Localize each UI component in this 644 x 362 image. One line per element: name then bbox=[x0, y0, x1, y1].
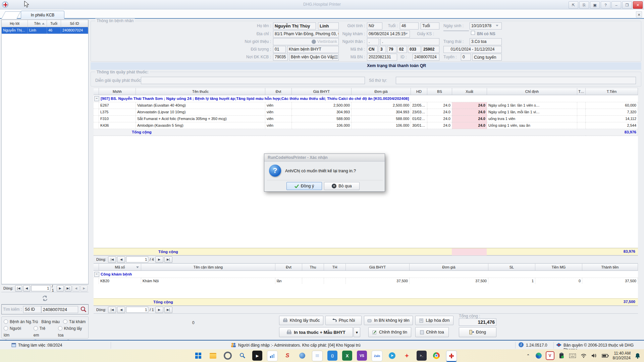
lap-hoa-don-button[interactable]: Lập hóa đơn bbox=[415, 316, 453, 325]
col-tuoi[interactable]: Tuổi bbox=[47, 20, 61, 27]
close-button[interactable]: ✕ bbox=[633, 1, 643, 9]
extra-next-icon[interactable]: ▶ bbox=[80, 285, 88, 292]
chinh-thong-tin-button[interactable]: Chỉnh thông tin bbox=[368, 327, 411, 337]
med-row[interactable]: L375Atorvastatin (Lipvar 10 10mg)viên304… bbox=[94, 109, 638, 116]
settings-gear-icon[interactable] bbox=[223, 351, 233, 361]
col-mshh[interactable]: Mshh bbox=[99, 88, 136, 95]
ma-the-6[interactable]: 25902 bbox=[422, 46, 439, 53]
doi-tuong-input[interactable]: Khám bệnh BHYT bbox=[287, 46, 339, 53]
col-thanh-tien[interactable]: Thành tiền bbox=[582, 263, 638, 271]
tab-stub[interactable] bbox=[1, 11, 21, 19]
noi-dk-code-input[interactable]: 79035 bbox=[273, 54, 288, 61]
ngay-kham-input[interactable]: 06/08/2024 14:25:15 bbox=[367, 31, 410, 38]
start-button[interactable] bbox=[193, 351, 203, 361]
next-page-icon[interactable]: ▶ bbox=[155, 307, 163, 313]
hospital-app-icon[interactable] bbox=[446, 351, 457, 362]
col-t-tien[interactable]: T.Tiền bbox=[586, 88, 638, 95]
col-bs[interactable]: BS bbox=[427, 88, 452, 95]
ma-the-4[interactable]: 02 bbox=[397, 46, 407, 53]
volume-icon[interactable] bbox=[591, 351, 598, 361]
collapse-icon[interactable]: − bbox=[94, 96, 99, 101]
ma-the-5[interactable]: 033 bbox=[408, 46, 421, 53]
collapse-icon[interactable]: − bbox=[94, 272, 99, 277]
ho-input[interactable]: Nguyễn Thị Thùy bbox=[273, 22, 316, 29]
notification-bell-icon[interactable] bbox=[634, 351, 641, 361]
battery-icon[interactable] bbox=[601, 351, 609, 361]
cls-group-row[interactable]: − Công khám bệnh bbox=[94, 271, 638, 278]
ngay-sinh-chevron-icon[interactable] bbox=[496, 25, 498, 26]
radio-nguoi-lon[interactable]: Người lớn bbox=[4, 325, 26, 339]
col-ten[interactable]: Tên bbox=[28, 20, 47, 27]
in-bn-khong-ky-ten-button[interactable]: In BN không ký tên bbox=[364, 316, 413, 325]
export-window-icon[interactable]: ⇱ bbox=[569, 1, 578, 9]
minimize-button[interactable]: – bbox=[611, 1, 621, 9]
print-split-dropdown[interactable]: ▾ bbox=[354, 327, 360, 337]
col-don-gia[interactable]: Đơn giá bbox=[410, 263, 488, 271]
dialog-titlebar[interactable]: RunCodeHosPrinter - Xác nhận bbox=[264, 154, 385, 162]
trang-thai-input[interactable]: 3.Có toa bbox=[470, 38, 502, 45]
tab-close-icon[interactable]: ✕ bbox=[636, 11, 642, 17]
dialog-ok-button[interactable]: Đồng ý bbox=[286, 182, 322, 190]
ma-the-3[interactable]: 79 bbox=[387, 46, 396, 53]
giay-ks-input[interactable] bbox=[443, 31, 469, 31]
chinh-toa-button[interactable]: Chỉnh toa bbox=[415, 327, 449, 337]
med-row[interactable]: K436Amlodipin (Kavasdin 5 5mg)viên106.00… bbox=[94, 122, 638, 129]
ma-the-1[interactable]: CN bbox=[367, 46, 378, 53]
wifi-icon[interactable] bbox=[580, 351, 587, 361]
ten-input[interactable]: Linh bbox=[318, 22, 339, 29]
search-app-icon[interactable] bbox=[237, 351, 248, 361]
col-ten-cls[interactable]: Tên cận lâm sàng bbox=[141, 263, 275, 271]
col-hd[interactable]: HD bbox=[411, 88, 427, 95]
extra-prev-icon[interactable]: ◀ bbox=[72, 285, 79, 292]
next-page-icon[interactable]: ▶ bbox=[155, 256, 163, 263]
stats-app-icon[interactable] bbox=[267, 351, 278, 361]
radio-tre-em[interactable]: Trẻ em bbox=[34, 325, 51, 339]
id-input[interactable]: 2408007024 bbox=[413, 54, 439, 61]
tuyen-text-input[interactable]: Cùng tuyến bbox=[472, 54, 502, 61]
zalo-icon[interactable]: Zalo bbox=[372, 351, 382, 361]
col-sl[interactable]: SL bbox=[488, 263, 535, 271]
col-dvt[interactable]: Đvt bbox=[275, 263, 302, 271]
photos-app-icon[interactable]: ✦ bbox=[402, 351, 412, 361]
col-gia-bhyt[interactable]: Giá BHYT bbox=[292, 88, 352, 95]
qr-status-link[interactable]: Xem trạng thái thanh toán QR bbox=[367, 63, 426, 68]
med-row[interactable]: F310Sắt Fumarat + Acid folic (Femancia 3… bbox=[94, 116, 638, 122]
first-page-icon[interactable]: |◀ bbox=[15, 285, 22, 292]
last-page-icon[interactable]: ▶| bbox=[65, 285, 72, 292]
vscode-icon[interactable]: ⟨⟩ bbox=[327, 351, 337, 361]
doi-tuong-code-input[interactable]: 01 bbox=[273, 46, 286, 53]
cls-row[interactable]: KB20Khám Nộilần37,50037,5001037,500 bbox=[94, 278, 638, 285]
chrome-icon[interactable] bbox=[431, 351, 441, 361]
radio-khong-lay-toa[interactable]: Không lấy toa bbox=[58, 325, 86, 339]
notepad-icon[interactable] bbox=[312, 351, 323, 361]
col-ma-so[interactable]: Mã số bbox=[99, 263, 141, 271]
col-dvt[interactable]: Đvt bbox=[265, 88, 292, 95]
visual-studio-icon[interactable]: VS bbox=[357, 351, 367, 361]
col-xuat[interactable]: Xuất bbox=[452, 88, 487, 95]
help-button[interactable]: ? bbox=[601, 1, 610, 9]
col-thu[interactable]: Thu bbox=[302, 263, 324, 271]
clock[interactable]: 11:40 AM 8/10/2024 bbox=[613, 351, 631, 360]
tuyen-input[interactable]: 0 bbox=[461, 54, 471, 61]
col-don-gia[interactable]: Đơn giá bbox=[352, 88, 411, 95]
dien-giai-input[interactable] bbox=[141, 77, 365, 84]
s-app-icon[interactable]: S bbox=[282, 351, 292, 361]
doctor-group-row[interactable]: − [907] BS. Nguyễn Thái Thanh Sơn ; Ngày… bbox=[94, 95, 638, 102]
next-page-icon[interactable]: ▶ bbox=[57, 285, 64, 292]
tab-in-phieu-kcb[interactable]: In phiếu KCB bbox=[21, 11, 64, 19]
col-t[interactable]: T… bbox=[577, 88, 586, 95]
dong-button[interactable]: Đóng bbox=[459, 327, 496, 337]
radio-benh-an-ngtru[interactable]: Bệnh án Ng.Trú bbox=[4, 318, 38, 325]
page-input[interactable]: 1 bbox=[126, 307, 148, 313]
col-tien-mg[interactable]: Tiền MG bbox=[535, 263, 582, 271]
so-thu-tu-input[interactable] bbox=[396, 77, 636, 84]
prev-page-icon[interactable]: ◀ bbox=[117, 256, 125, 263]
prev-page-icon[interactable]: ◀ bbox=[23, 285, 30, 292]
gioi-tinh-input[interactable]: Nữ bbox=[367, 22, 382, 29]
dia-chi-input[interactable]: 81/1 Phạm Văn Đồng, Phường 03, Quận bbox=[273, 31, 339, 38]
search-icon[interactable] bbox=[80, 306, 87, 313]
nguoi-than-1-input[interactable]: . bbox=[367, 38, 379, 45]
search-field-select[interactable]: Số ID bbox=[23, 306, 41, 313]
page-input[interactable]: 1 bbox=[31, 285, 51, 291]
last-page-icon[interactable]: ▶| bbox=[164, 307, 172, 313]
